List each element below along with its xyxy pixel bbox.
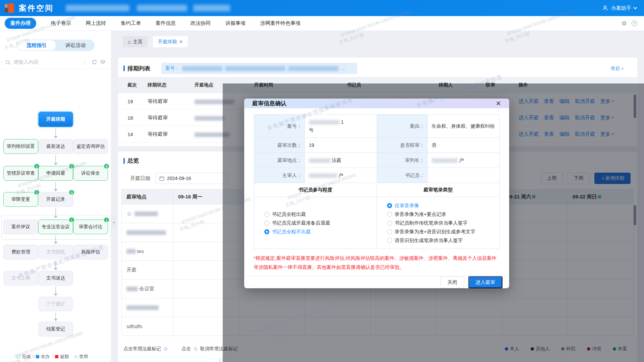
- tab-home[interactable]: ⌂ 主页: [123, 36, 148, 47]
- tab-process-guide[interactable]: 流程指引: [17, 40, 56, 50]
- radio-icon[interactable]: [387, 203, 392, 208]
- room-cell[interactable]: tes: [121, 242, 173, 261]
- room-cell[interactable]: [121, 223, 173, 242]
- close-tab-icon[interactable]: ✕: [179, 39, 183, 44]
- flow-node-recusal[interactable]: 申请回避2: [38, 166, 73, 181]
- help-icon[interactable]: ?: [632, 20, 637, 26]
- dialog-title: 庭审信息确认: [252, 100, 286, 107]
- nav-tab-work-order[interactable]: 集约工单: [121, 20, 141, 26]
- dialog-footer: 关闭 进入庭审: [244, 276, 509, 288]
- radio-av-plus-asr[interactable]: 录音录像为准+语音识别生成参考文字: [387, 227, 499, 236]
- flow-node-three-rules: 三个规定: [38, 297, 73, 311]
- radio-clerk-no-attend[interactable]: 书记员全程不出庭: [264, 227, 377, 236]
- flow-node-hearing-schedule[interactable]: 开庭排期: [38, 112, 73, 127]
- favorite-star-icon[interactable]: ☆: [126, 210, 132, 218]
- flow-node-risk-assess[interactable]: 风险评估: [73, 245, 108, 259]
- radio-icon[interactable]: [387, 238, 392, 243]
- app-header: 案件空间 办案助手: [0, 0, 644, 16]
- nav-tab-online-flow[interactable]: 网上流转: [86, 20, 106, 26]
- flow-node-preservation[interactable]: 诉讼保全9: [73, 166, 108, 181]
- live-broadcast-warning: *根据规定,案件庭审直播需要进行风险评估,经风险评估较高的案件、涉敏感案件、涉密…: [254, 254, 500, 272]
- flow-node-case-review[interactable]: 案件评议: [3, 220, 38, 234]
- hearing-date-picker[interactable]: 2024-09-16: [156, 173, 228, 184]
- favorite-star-icon: ☆: [193, 345, 198, 352]
- flow-legend: 完成 在办 超期 禁用: [17, 354, 88, 360]
- radio-icon[interactable]: [264, 221, 269, 226]
- radio-asr-record-sign[interactable]: 语音识别生成笔录供当事人签字: [387, 236, 499, 245]
- flow-arrow: [54, 236, 58, 244]
- radio-icon[interactable]: [264, 229, 269, 234]
- chief-judge-value: 户: [305, 168, 377, 183]
- nav-tab-net-case[interactable]: 涉网案件特色事项: [260, 20, 301, 26]
- tab-litigation-activity[interactable]: 诉讼活动: [56, 40, 95, 51]
- layers-icon[interactable]: [100, 59, 106, 65]
- assistant-menu[interactable]: 办案助手: [602, 0, 637, 16]
- nav-tab-case-info[interactable]: 案件信息: [156, 20, 176, 26]
- close-icon[interactable]: ✕: [496, 100, 501, 107]
- radio-icon[interactable]: [387, 212, 392, 217]
- collapse-button[interactable]: 收起«: [611, 65, 624, 71]
- refresh-icon[interactable]: [92, 59, 97, 65]
- room-cell[interactable]: ☆: [121, 204, 173, 223]
- search-input[interactable]: 请输入内容: [13, 59, 84, 65]
- room-cell[interactable]: 开庭: [121, 261, 173, 280]
- flow-node-case-close[interactable]: 结案登记: [38, 322, 73, 337]
- sidebar: 流程指引 诉讼活动 请输入内容 | 开庭排期 审判组织设置 庭前送达 鉴定咨询评…: [0, 31, 111, 362]
- session-count-value: 19: [305, 138, 377, 153]
- flow-node-hearing-record[interactable]: 开庭记录9: [38, 192, 73, 207]
- hearing-date-label: 开庭日期: [130, 175, 150, 182]
- clerk-value: [427, 168, 499, 183]
- panel-title: 排期列表: [123, 65, 150, 72]
- radio-icon[interactable]: [387, 221, 392, 226]
- radio-av-only[interactable]: 仅录音录像: [387, 201, 499, 210]
- room-cell[interactable]: [121, 298, 173, 317]
- nav-tab-case-handling[interactable]: 案件办理: [5, 18, 36, 29]
- panel-title: 总览: [123, 157, 139, 165]
- flow-node-trial-org[interactable]: 审判组织设置: [3, 139, 38, 154]
- flow-arrow: [54, 182, 58, 191]
- favorite-star-icon: ☆: [163, 345, 168, 352]
- room-cell[interactable]: sdfsdfs: [121, 317, 173, 336]
- cause-label: 案由：: [377, 115, 427, 138]
- radio-clerk-full-attend[interactable]: 书记员全程出庭: [264, 210, 377, 219]
- flow-node-fee-management[interactable]: 费款管理: [3, 245, 38, 259]
- location-value: 法庭: [305, 153, 377, 168]
- close-button[interactable]: 关闭: [440, 276, 464, 288]
- flow-node-doc-service[interactable]: 文书送达: [38, 271, 73, 286]
- search-icon: [5, 60, 11, 65]
- radio-av-plus-notes[interactable]: 录音录像为准+要点记录: [387, 210, 499, 219]
- room-cell[interactable]: 会议室: [121, 280, 173, 298]
- tab-hearing-schedule[interactable]: 开庭排期 ✕: [153, 36, 188, 47]
- nav-tab-legal-coord[interactable]: 政法协同: [191, 20, 211, 26]
- settings-gear-icon[interactable]: ⚙: [622, 20, 627, 27]
- calendar-icon: [159, 176, 164, 181]
- participation-options: 书记员全程出庭 书记员完成开庭准备后退庭 书记员全程不出庭: [254, 197, 377, 249]
- sidebar-collapse-handle[interactable]: ◂: [111, 215, 116, 230]
- flow-node-judge-meeting[interactable]: 专业法官会议1: [38, 220, 73, 234]
- nav-tab-service[interactable]: 诉服事项: [225, 20, 246, 26]
- radio-icon[interactable]: [264, 212, 269, 217]
- hearing-confirm-dialog: 庭审信息确认 ✕ 案号： 1号 案由： 生命权、身体权、健康权纠纷 庭审次数： …: [244, 99, 509, 288]
- count-badge: 9: [68, 189, 75, 195]
- enter-hearing-button[interactable]: 进入庭审: [468, 276, 502, 288]
- flow-node-jurisdiction-review[interactable]: 管辖异议审查1: [3, 166, 38, 181]
- chief-judge-label: 主审人：: [254, 168, 305, 183]
- radio-traditional-record[interactable]: 书记员制作传统笔录供当事人签字: [387, 219, 499, 227]
- flow-node-appraisal[interactable]: 鉴定咨询评估: [73, 139, 108, 154]
- app-title: 案件空间: [19, 3, 54, 13]
- sidebar-search: 请输入内容 |: [0, 56, 111, 69]
- radio-clerk-leave-after-prep[interactable]: 书记员完成开庭准备后退庭: [264, 219, 377, 227]
- main-nav: 案件办理 电子卷宗 网上流转 集约工单 案件信息 政法协同 诉服事项 涉网案件特…: [0, 16, 644, 31]
- count-badge: 1: [103, 217, 110, 223]
- flow-node-committee-discussion[interactable]: 审委会讨论1: [73, 220, 108, 234]
- tabstrip: ⌂ 主页 开庭排期 ✕: [123, 36, 188, 47]
- joint-trial-value: 否: [427, 138, 499, 153]
- radio-icon[interactable]: [387, 229, 392, 234]
- flow-node-pretrial-service[interactable]: 庭前送达: [38, 139, 73, 154]
- app-logo-icon: [5, 3, 15, 13]
- nav-tab-e-file[interactable]: 电子卷宗: [51, 20, 71, 26]
- flow-arrow: [54, 313, 58, 321]
- flow-node-trial-limit-change[interactable]: 审限变更1: [3, 192, 38, 207]
- sidebar-tab-group: 流程指引 诉讼活动: [17, 40, 95, 51]
- process-flowchart: 开庭排期 审判组织设置 庭前送达 鉴定咨询评估 管辖异议审查1 申请回避2 诉讼…: [0, 69, 111, 349]
